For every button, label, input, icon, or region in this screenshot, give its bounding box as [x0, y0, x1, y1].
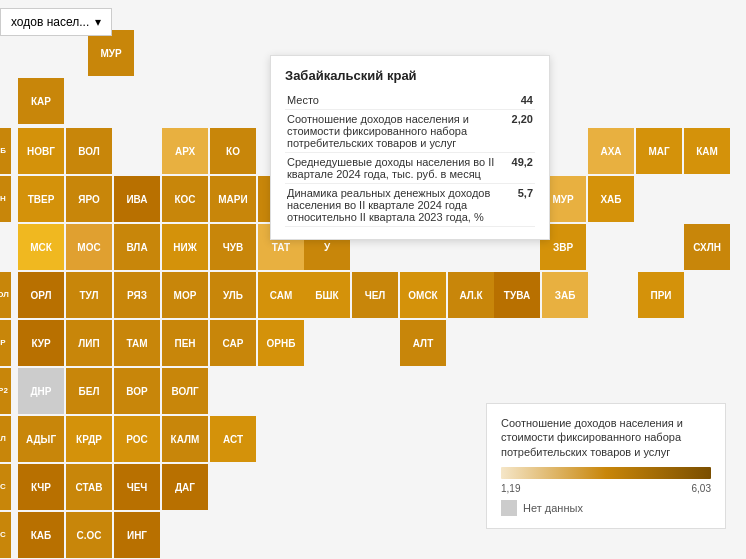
- map-cell[interactable]: КАЛМ: [162, 416, 208, 462]
- tooltip-row: Среднедушевые доходы населения во II ква…: [285, 153, 535, 184]
- map-cell[interactable]: ХАБ: [588, 176, 634, 222]
- map-cell[interactable]: ИНГ: [114, 512, 160, 558]
- map-cell[interactable]: ЧУВ: [210, 224, 256, 270]
- legend-max: 6,03: [692, 483, 711, 494]
- map-cell[interactable]: ВОЛГ: [162, 368, 208, 414]
- map-cell[interactable]: ТВЕР: [18, 176, 64, 222]
- no-data-label: Нет данных: [523, 502, 583, 514]
- map-cell[interactable]: КЧР: [18, 464, 64, 510]
- map-cell[interactable]: БЕЛ: [66, 368, 112, 414]
- map-cell[interactable]: Б: [0, 128, 11, 174]
- tooltip-row-label: Место: [285, 91, 499, 110]
- dropdown-label: ходов насел...: [11, 15, 89, 29]
- tooltip-row-label: Среднедушевые доходы населения во II ква…: [285, 153, 499, 184]
- map-cell[interactable]: МОР: [162, 272, 208, 318]
- tooltip-panel: Забайкальский край Место44Соотношение до…: [270, 55, 550, 240]
- tooltip-row-label: Динамика реальных денежных доходов насел…: [285, 184, 499, 227]
- map-cell[interactable]: ЗАБ: [542, 272, 588, 318]
- map-cell[interactable]: АХА: [588, 128, 634, 174]
- map-cell[interactable]: КАБ: [18, 512, 64, 558]
- no-data-box: [501, 500, 517, 516]
- map-cell[interactable]: ТУЛ: [66, 272, 112, 318]
- map-cell[interactable]: ПРИ: [638, 272, 684, 318]
- map-cell[interactable]: ЛИП: [66, 320, 112, 366]
- map-cell[interactable]: ОМСК: [400, 272, 446, 318]
- map-cell[interactable]: ТАМ: [114, 320, 160, 366]
- map-cell[interactable]: Н: [0, 176, 11, 222]
- map-cell[interactable]: ОРЛ: [18, 272, 64, 318]
- legend-title: Соотношение доходов населения и стоимост…: [501, 416, 711, 459]
- tooltip-row-value: 49,2: [499, 153, 535, 184]
- map-cell[interactable]: АДЫГ: [18, 416, 64, 462]
- map-cell[interactable]: ЧЕЛ: [352, 272, 398, 318]
- map-cell[interactable]: ВОР: [114, 368, 160, 414]
- map-cell[interactable]: ТУВА: [494, 272, 540, 318]
- map-cell[interactable]: ПЕН: [162, 320, 208, 366]
- map-cell[interactable]: МАРИ: [210, 176, 256, 222]
- tooltip-row: Место44: [285, 91, 535, 110]
- map-cell[interactable]: С: [0, 464, 11, 510]
- tooltip-table: Место44Соотношение доходов населения и с…: [285, 91, 535, 227]
- map-cell[interactable]: С.ОС: [66, 512, 112, 558]
- map-cell[interactable]: САР: [210, 320, 256, 366]
- map-cell[interactable]: ИВА: [114, 176, 160, 222]
- map-cell[interactable]: ВОЛ: [66, 128, 112, 174]
- map-cell[interactable]: МОС: [66, 224, 112, 270]
- map-cell[interactable]: РОС: [114, 416, 160, 462]
- legend-min: 1,19: [501, 483, 520, 494]
- tooltip-row-value: 5,7: [499, 184, 535, 227]
- map-cell[interactable]: АЛТ: [400, 320, 446, 366]
- map-cell[interactable]: ЯРО: [66, 176, 112, 222]
- legend-gradient-bar: [501, 467, 711, 479]
- map-cell[interactable]: КУР: [18, 320, 64, 366]
- tooltip-row-label: Соотношение доходов населения и стоимост…: [285, 110, 499, 153]
- map-cell[interactable]: ВЛА: [114, 224, 160, 270]
- chevron-down-icon: ▾: [95, 15, 101, 29]
- map-container: ходов насел... ▾ МУРКАРБНОВГВОЛАРХКОАХАМ…: [0, 0, 746, 559]
- dropdown-button[interactable]: ходов насел... ▾: [0, 8, 112, 36]
- map-cell[interactable]: СТАВ: [66, 464, 112, 510]
- map-cell[interactable]: САМ: [258, 272, 304, 318]
- map-cell[interactable]: Л: [0, 416, 11, 462]
- map-cell[interactable]: КОС: [162, 176, 208, 222]
- tooltip-row-value: 2,20: [499, 110, 535, 153]
- map-cell[interactable]: СХЛН: [684, 224, 730, 270]
- map-cell[interactable]: УЛЬ: [210, 272, 256, 318]
- map-cell[interactable]: ОЛ: [0, 272, 11, 318]
- map-cell[interactable]: МУР: [88, 30, 134, 76]
- map-cell[interactable]: АСТ: [210, 416, 256, 462]
- tooltip-row: Динамика реальных денежных доходов насел…: [285, 184, 535, 227]
- tooltip-row: Соотношение доходов населения и стоимост…: [285, 110, 535, 153]
- legend-no-data: Нет данных: [501, 500, 711, 516]
- map-cell[interactable]: РЯЗ: [114, 272, 160, 318]
- legend-panel: Соотношение доходов населения и стоимост…: [486, 403, 726, 529]
- map-cell[interactable]: АРХ: [162, 128, 208, 174]
- map-cell[interactable]: ДНР: [18, 368, 64, 414]
- tooltip-row-value: 44: [499, 91, 535, 110]
- map-cell[interactable]: НИЖ: [162, 224, 208, 270]
- tooltip-region-title: Забайкальский край: [285, 68, 535, 83]
- map-cell[interactable]: ЧЕЧ: [114, 464, 160, 510]
- map-cell[interactable]: КО: [210, 128, 256, 174]
- map-cell[interactable]: АЛ.К: [448, 272, 494, 318]
- map-cell[interactable]: МАГ: [636, 128, 682, 174]
- map-cell[interactable]: КАР: [18, 78, 64, 124]
- map-cell[interactable]: Р2: [0, 368, 11, 414]
- map-cell[interactable]: БШК: [304, 272, 350, 318]
- map-cell[interactable]: КАМ: [684, 128, 730, 174]
- map-cell[interactable]: Р: [0, 320, 11, 366]
- map-cell[interactable]: КРДР: [66, 416, 112, 462]
- map-cell[interactable]: ОРНБ: [258, 320, 304, 366]
- map-cell[interactable]: С: [0, 512, 11, 558]
- legend-labels: 1,19 6,03: [501, 483, 711, 494]
- map-cell[interactable]: ДАГ: [162, 464, 208, 510]
- map-cell[interactable]: НОВГ: [18, 128, 64, 174]
- map-cell[interactable]: МСК: [18, 224, 64, 270]
